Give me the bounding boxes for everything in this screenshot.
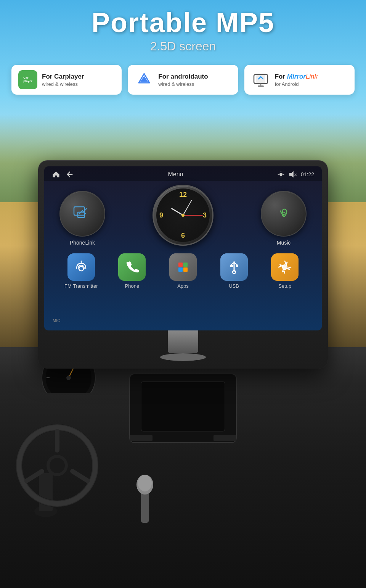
dashboard-layer [0,340,366,588]
device-screen: Menu 00 01:22 [44,166,322,330]
phonelink-circle [59,191,105,237]
time-display: 01:22 [301,171,314,177]
setup-btn[interactable]: Setup [266,253,304,289]
home-icon[interactable] [52,170,60,179]
svg-rect-25 [230,265,233,267]
svg-point-39 [50,458,65,473]
music-circle [261,191,307,237]
badge-carplay-sub: wired & wireless [42,81,84,87]
usb-icon-svg [226,259,242,275]
apps-btn[interactable]: Apps [164,253,202,289]
svg-rect-47 [214,435,236,441]
fm-transmitter-btn[interactable]: FM Transmitter [62,253,100,289]
clock-6: 6 [181,232,185,240]
apps-icon-svg [175,259,191,275]
android-auto-svg [136,72,152,87]
badge-carplay-title: For Carplayer [42,73,84,81]
svg-rect-18 [178,263,183,267]
badge-mirror-text: For MirrorLink for Android [275,73,318,87]
title-section: Portable MP5 2.5D screen [0,8,366,53]
svg-rect-5 [258,85,264,87]
music-btn[interactable]: Music [261,191,307,246]
svg-point-6 [279,173,283,176]
music-icon [272,202,295,225]
clock-center-dot [181,214,185,217]
music-label: Music [277,240,291,246]
badge-android-sub: wired & wireless [158,81,208,87]
bottom-apps-row: FM Transmitter Phone [52,253,314,289]
mirrorlink-icon [251,70,270,89]
clock-9: 9 [159,211,163,219]
device-wrapper: Menu 00 01:22 [38,160,328,369]
steering-wheel-svg [8,397,122,530]
mic-label: MIC [53,318,60,323]
svg-point-29 [283,265,287,269]
page-title: Portable MP5 [0,8,366,38]
fm-transmitter-icon [67,253,95,281]
phonelink-btn[interactable]: PhoneLink [59,191,105,246]
svg-text:00: 00 [294,173,297,177]
svg-point-43 [66,375,71,380]
clock-3: 3 [203,211,207,219]
clock-circle: 12 3 6 9 [152,185,214,246]
usb-btn[interactable]: USB [215,253,253,289]
mirrorlink-svg [252,71,269,88]
gear-shift-svg [130,454,160,530]
clock-12: 12 [179,191,187,199]
phone-btn[interactable]: Phone [113,253,151,289]
status-bar-left [52,170,74,179]
device-mount-base [160,353,206,361]
phone-icon [118,253,146,281]
svg-rect-46 [130,435,152,441]
androidauto-icon [135,70,154,89]
badge-mirror-title: For MirrorLink [275,73,318,81]
setup-icon-svg [277,259,292,275]
setup-icon [271,253,299,281]
second-hand [183,215,203,216]
badge-android-text: For androidauto wired & wireless [158,73,208,87]
phonelink-icon [71,202,94,225]
device-mount [168,330,198,353]
badge-mirror-sub: for Android [275,81,318,87]
clock-face: 12 3 6 9 [156,188,210,242]
svg-rect-45 [141,382,225,431]
svg-rect-20 [178,267,183,272]
phone-label: Phone [125,283,140,289]
screen-content: PhoneLink 12 3 6 9 [44,181,322,327]
page-subtitle: 2.5D screen [0,39,366,53]
status-bar: Menu 00 01:22 [44,166,322,181]
apps-icon [169,253,197,281]
usb-label: USB [229,283,239,289]
status-bar-menu: Menu [168,171,183,178]
svg-rect-21 [183,267,188,272]
device-outer: Menu 00 01:22 [38,160,328,369]
svg-marker-11 [289,171,294,177]
carplay-icon: Carplayer [18,70,37,89]
fm-transmitter-label: FM Transmitter [64,283,98,289]
svg-point-50 [138,475,152,491]
phone-icon-svg [124,259,140,275]
svg-point-26 [236,265,238,267]
back-icon[interactable] [66,170,74,179]
badge-android-title: For androidauto [158,73,208,81]
clock-display: 12 3 6 9 [152,185,214,246]
phonelink-label: PhoneLink [70,240,95,246]
top-apps-row: PhoneLink 12 3 6 9 [52,185,314,246]
minute-hand [183,200,192,216]
badges-row: Carplayer For Carplayer wired & wireless… [11,65,355,95]
brightness-icon[interactable] [277,171,285,178]
svg-rect-19 [183,263,188,267]
badge-androidauto: For androidauto wired & wireless [128,65,238,95]
badge-mirrorlink: For MirrorLink for Android [244,65,355,95]
status-bar-right: 00 01:22 [277,171,314,178]
badge-carplay: Carplayer For Carplayer wired & wireless [11,65,122,95]
volume-icon[interactable]: 00 [289,171,297,178]
svg-point-16 [79,266,83,271]
setup-label: Setup [278,283,291,289]
usb-icon [220,253,248,281]
car-center-console-svg [122,370,244,446]
fm-icon-svg [74,259,89,275]
badge-carplay-text: For Carplayer wired & wireless [42,73,84,87]
apps-label: Apps [177,283,189,289]
svg-line-37 [72,471,88,481]
